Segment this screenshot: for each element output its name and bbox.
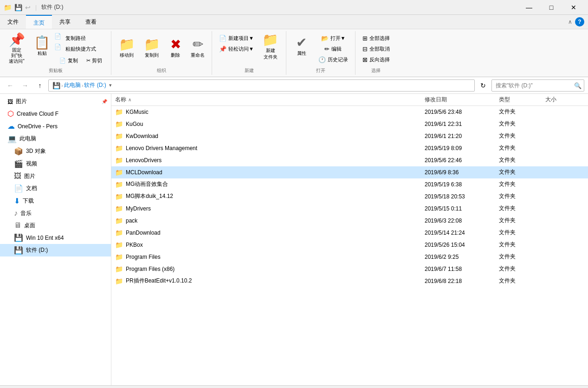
refresh-button[interactable]: ↻: [477, 79, 490, 92]
table-row[interactable]: 📁 pack 2019/6/3 22:08 文件夹: [111, 215, 588, 227]
new-folder-button[interactable]: 📁 新建 文件夹: [259, 31, 282, 63]
sidebar-item-pictures2[interactable]: 🖼 图片: [0, 170, 111, 182]
col-header-date[interactable]: 修改日期: [421, 96, 495, 104]
table-row[interactable]: 📁 PR插件BeatEdit+v1.0.10.2 2019/6/8 22:18 …: [111, 275, 588, 287]
table-row[interactable]: 📁 PanDownload 2019/5/14 21:24 文件夹: [111, 227, 588, 239]
sidebar-item-creative-cloud[interactable]: ⬡ Creative Cloud F: [0, 107, 111, 120]
tab-view[interactable]: 查看: [78, 15, 104, 29]
file-date: 2019/6/1 22:31: [421, 121, 495, 127]
pin-button[interactable]: 📌 固定到"快 速访问": [4, 31, 30, 66]
table-row[interactable]: 📁 MCLDownload 2019/6/9 8:36 文件夹: [111, 166, 588, 178]
downloads-icon: ⬇: [14, 197, 20, 205]
easy-access-button[interactable]: 📌 轻松访问▼: [216, 44, 257, 54]
deselect-all-button[interactable]: ⊟ 全部取消: [359, 44, 393, 54]
table-row[interactable]: 📁 KuGou 2019/6/1 22:31 文件夹: [111, 118, 588, 130]
collapse-ribbon-icon[interactable]: ∧: [568, 19, 572, 25]
file-date: 2019/5/18 20:53: [421, 193, 495, 200]
file-area: 名称 ∧ 修改日期 类型 大小 📁 KGMusic 2019/5/6 23:48…: [111, 94, 588, 385]
forward-button[interactable]: →: [19, 79, 32, 92]
sidebar-item-downloads[interactable]: ⬇ 下载: [0, 195, 111, 207]
copy-button[interactable]: 📄 复制: [56, 55, 81, 66]
sidebar-item-videos[interactable]: 🎬 视频: [0, 158, 111, 170]
sidebar-item-desktop[interactable]: 🖥 桌面: [0, 219, 111, 231]
file-date: 2019/5/14 21:24: [421, 230, 495, 236]
table-row[interactable]: 📁 MyDrivers 2019/5/15 0:11 文件夹: [111, 203, 588, 215]
table-row[interactable]: 📁 PKBox 2019/5/26 15:04 文件夹: [111, 239, 588, 251]
file-type: 文件夹: [495, 241, 542, 249]
table-row[interactable]: 📁 KGMusic 2019/5/6 23:48 文件夹: [111, 106, 588, 118]
minimize-button[interactable]: —: [518, 0, 540, 15]
file-date: 2019/6/2 9:25: [421, 254, 495, 260]
paste-button[interactable]: 📋 粘贴: [31, 31, 53, 62]
cut-button[interactable]: ✂ 剪切: [83, 55, 105, 66]
table-row[interactable]: 📁 Lenovo Drivers Management 2019/5/19 8:…: [111, 142, 588, 154]
new-item-icon: 📄: [219, 35, 226, 42]
up-button[interactable]: ↑: [33, 79, 46, 92]
paste-shortcut-button[interactable]: 粘贴快捷方式: [62, 44, 99, 54]
properties-button[interactable]: ✔ 属性: [290, 31, 313, 62]
tab-share[interactable]: 共享: [52, 15, 78, 29]
select-all-icon: ⊞: [362, 35, 368, 42]
address-part1[interactable]: 此电脑: [64, 81, 81, 89]
file-date: 2019/5/19 8:09: [421, 145, 495, 151]
address-bar[interactable]: 💾 › 此电脑 › 软件 (D:) ▾: [48, 79, 475, 92]
copy-to-button[interactable]: 📁 复制到: [140, 33, 163, 64]
tab-file[interactable]: 文件: [0, 15, 26, 29]
col-header-type[interactable]: 类型: [495, 96, 542, 104]
invert-select-button[interactable]: ⊠ 反向选择: [359, 54, 393, 65]
copy-path-icon: 📄: [54, 33, 61, 43]
sidebar-item-software-d[interactable]: 💾 软件 (D:): [0, 244, 111, 256]
rename-button[interactable]: ✏ 重命名: [187, 33, 208, 64]
file-name: 📁 PKBox: [111, 241, 421, 249]
sidebar-item-this-pc[interactable]: 💻 此电脑: [0, 132, 111, 145]
tab-home[interactable]: 主页: [26, 15, 52, 29]
file-type: 文件夹: [495, 192, 542, 200]
copy-path-button[interactable]: 复制路径: [62, 33, 89, 43]
sidebar-item-3d[interactable]: 📦 3D 对象: [0, 145, 111, 158]
music-icon: ♪: [14, 209, 18, 217]
table-row[interactable]: 📁 Program Files 2019/6/2 9:25 文件夹: [111, 251, 588, 263]
sidebar-item-label-videos: 视频: [26, 160, 37, 168]
new-item-button[interactable]: 📄 新建项目▼: [216, 33, 257, 43]
table-row[interactable]: 📁 KwDownload 2019/6/1 21:20 文件夹: [111, 130, 588, 142]
open-button[interactable]: 📂 打开▼: [315, 33, 351, 43]
file-name: 📁 LenovoDrivers: [111, 157, 421, 164]
folder-icon: 📁: [115, 108, 123, 116]
file-date: 2019/6/9 8:36: [421, 169, 495, 176]
col-header-name[interactable]: 名称 ∧: [111, 96, 421, 104]
address-part2[interactable]: 软件 (D:): [84, 81, 106, 89]
pictures-icon: 🖼: [7, 99, 13, 105]
delete-button[interactable]: ✖ 删除: [165, 33, 186, 64]
col-header-size[interactable]: 大小: [542, 96, 588, 104]
ribbon-group-open: ✔ 属性 📂 打开▼ ✏ 编辑 🕐 历史记录: [286, 31, 355, 75]
close-button[interactable]: ✕: [563, 0, 584, 15]
ribbon-group-select: ⊞ 全部选择 ⊟ 全部取消 ⊠ 反向选择 选择: [355, 31, 397, 75]
file-name: 📁 Program Files (x86): [111, 265, 421, 273]
title-bar-separator: |: [35, 4, 37, 11]
move-to-button[interactable]: 📁 移动到: [115, 33, 138, 64]
history-button[interactable]: 🕐 历史记录: [315, 54, 351, 65]
new-label: 新建: [245, 66, 254, 75]
address-dropdown-icon[interactable]: ▾: [109, 82, 112, 88]
select-all-button[interactable]: ⊞ 全部选择: [359, 33, 393, 43]
search-input[interactable]: [491, 79, 584, 92]
table-row[interactable]: 📁 MG脚本duik_14.12 2019/5/18 20:53 文件夹: [111, 191, 588, 203]
sidebar-item-music[interactable]: ♪ 音乐: [0, 207, 111, 219]
sidebar-item-win10[interactable]: 💾 Win 10 Ent x64: [0, 231, 111, 244]
table-row[interactable]: 📁 MG动画音效集合 2019/5/19 6:38 文件夹: [111, 178, 588, 191]
back-button[interactable]: ←: [4, 79, 17, 92]
file-type: 文件夹: [495, 120, 542, 128]
folder-icon: 📁: [115, 229, 123, 237]
table-row[interactable]: 📁 LenovoDrivers 2019/5/6 22:46 文件夹: [111, 154, 588, 166]
folder-icon: 📁: [115, 205, 123, 212]
folder-icon: 📁: [115, 132, 123, 140]
maximize-button[interactable]: □: [541, 0, 562, 15]
table-row[interactable]: 📁 Program Files (x86) 2019/6/7 11:58 文件夹: [111, 263, 588, 275]
sidebar-item-onedrive[interactable]: ☁ OneDrive - Pers: [0, 120, 111, 132]
save-icon: 💾: [14, 4, 22, 11]
edit-button[interactable]: ✏ 编辑: [315, 44, 351, 54]
help-button[interactable]: ?: [575, 17, 584, 26]
sidebar-item-pictures[interactable]: 🖼 图片 📌: [0, 96, 111, 107]
file-list: 📁 KGMusic 2019/5/6 23:48 文件夹 📁 KuGou 201…: [111, 106, 588, 385]
sidebar-item-documents[interactable]: 📄 文档: [0, 182, 111, 195]
